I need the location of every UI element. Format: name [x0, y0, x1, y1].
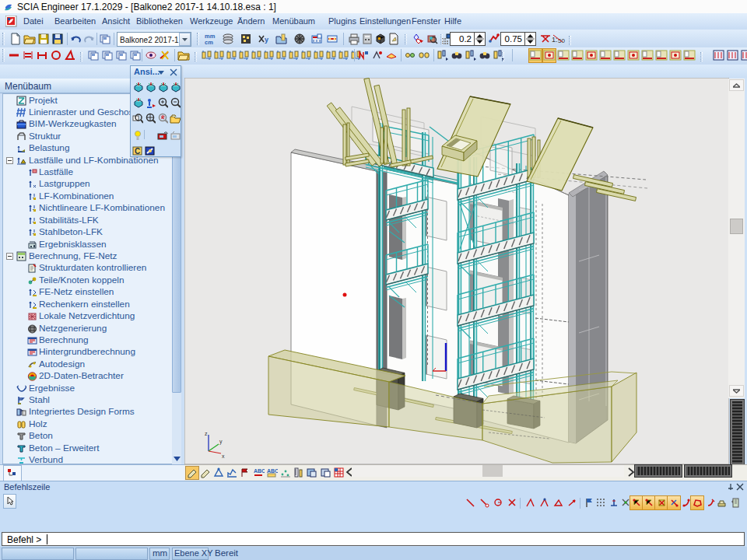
svg-text:x: x: [222, 453, 225, 459]
svg-text:ABC: ABC: [267, 468, 278, 474]
svg-text:C: C: [135, 147, 140, 156]
svg-text:y: y: [219, 439, 223, 445]
svg-text:1:: 1:: [552, 36, 558, 44]
svg-text:ABC: ABC: [254, 468, 265, 474]
svg-text:cm: cm: [205, 39, 213, 45]
svg-text:z: z: [205, 431, 208, 436]
svg-text:y: y: [265, 36, 268, 44]
